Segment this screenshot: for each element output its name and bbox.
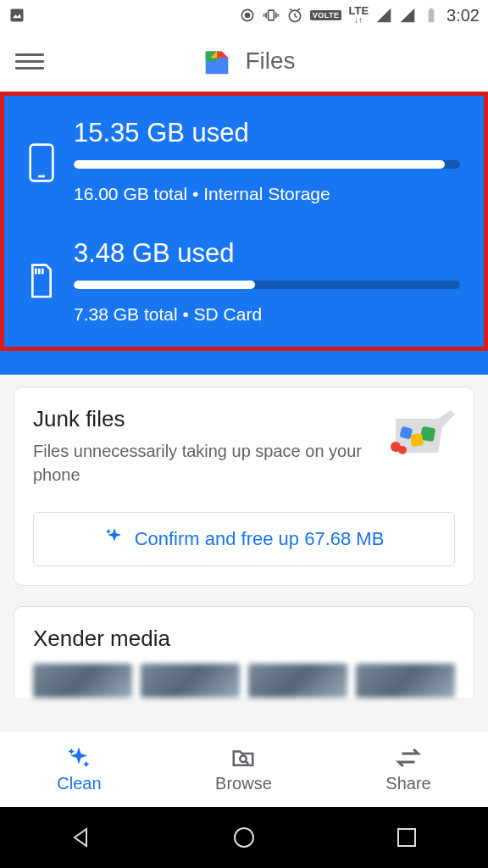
junk-files-card: Junk files Files unnecessarily taking up… bbox=[14, 387, 474, 586]
sdcard-total-label: 7.38 GB total • SD Card bbox=[74, 304, 460, 325]
lte-icon: LTE↓↑ bbox=[348, 7, 369, 25]
sdcard-icon bbox=[28, 263, 55, 300]
media-thumb[interactable] bbox=[248, 664, 347, 698]
junk-card-desc: Files unnecessarily taking up space on y… bbox=[33, 439, 369, 487]
vibrate-icon bbox=[263, 7, 280, 24]
confirm-free-button[interactable]: Confirm and free up 67.68 MB bbox=[33, 512, 455, 566]
xender-media-card: Xender media bbox=[14, 606, 474, 698]
svg-rect-0 bbox=[11, 9, 24, 22]
internal-progress-bar bbox=[74, 160, 460, 169]
svg-line-12 bbox=[290, 9, 292, 11]
highlight-annotation: 15.35 GB used 16.00 GB total • Internal … bbox=[0, 92, 488, 351]
internal-used-label: 15.35 GB used bbox=[74, 118, 460, 148]
media-thumb[interactable] bbox=[356, 664, 455, 698]
internal-progress-fill bbox=[74, 160, 445, 169]
nav-share-label: Share bbox=[385, 774, 430, 793]
sparkle-icon bbox=[64, 745, 93, 771]
nav-clean-label: Clean bbox=[57, 774, 101, 793]
internal-storage-row[interactable]: 15.35 GB used 16.00 GB total • Internal … bbox=[28, 118, 460, 204]
svg-line-11 bbox=[295, 16, 297, 18]
confirm-free-label: Confirm and free up 67.68 MB bbox=[135, 528, 385, 550]
signal-1-icon bbox=[375, 7, 392, 24]
svg-line-29 bbox=[246, 761, 249, 765]
sdcard-progress-fill bbox=[74, 281, 255, 289]
svg-rect-16 bbox=[429, 9, 435, 22]
sdcard-used-label: 3.48 GB used bbox=[74, 238, 460, 269]
junk-card-title: Junk files bbox=[33, 406, 369, 432]
files-logo-icon bbox=[201, 45, 233, 77]
media-thumb[interactable] bbox=[33, 664, 132, 698]
svg-rect-32 bbox=[398, 829, 415, 846]
android-nav-bar bbox=[0, 807, 488, 868]
svg-marker-30 bbox=[75, 829, 86, 846]
nav-clean[interactable]: Clean bbox=[57, 745, 101, 793]
share-icon bbox=[394, 745, 423, 771]
sdcard-progress-bar bbox=[74, 281, 460, 289]
dustpan-icon bbox=[379, 406, 455, 465]
svg-marker-15 bbox=[401, 8, 415, 23]
sdcard-storage-row[interactable]: 3.48 GB used 7.38 GB total • SD Card bbox=[28, 238, 460, 325]
bottom-nav: Clean Browse Share bbox=[0, 731, 488, 807]
app-header: Files bbox=[0, 31, 488, 92]
svg-point-2 bbox=[245, 14, 249, 18]
nav-browse[interactable]: Browse bbox=[215, 745, 272, 793]
svg-point-31 bbox=[235, 828, 253, 847]
storage-overview: 15.35 GB used 16.00 GB total • Internal … bbox=[0, 92, 488, 375]
app-title: Files bbox=[245, 47, 295, 75]
svg-point-27 bbox=[398, 446, 407, 454]
sparkle-icon bbox=[104, 526, 125, 552]
nav-share[interactable]: Share bbox=[385, 745, 430, 793]
internal-total-label: 16.00 GB total • Internal Storage bbox=[74, 184, 460, 204]
nav-browse-label: Browse bbox=[215, 774, 272, 793]
battery-icon bbox=[423, 7, 440, 24]
hotspot-icon bbox=[239, 7, 256, 24]
volte-badge: VOLTE bbox=[310, 10, 342, 20]
svg-rect-24 bbox=[410, 433, 424, 447]
phone-icon bbox=[28, 142, 55, 180]
media-thumb[interactable] bbox=[141, 664, 240, 698]
signal-2-icon bbox=[399, 7, 416, 24]
svg-line-13 bbox=[297, 9, 300, 11]
menu-button[interactable] bbox=[15, 47, 44, 75]
status-bar: VOLTE LTE↓↑ 3:02 bbox=[0, 0, 488, 31]
alarm-icon bbox=[286, 7, 303, 24]
svg-rect-4 bbox=[268, 10, 274, 20]
clock-text: 3:02 bbox=[446, 6, 480, 25]
svg-rect-17 bbox=[430, 8, 432, 10]
svg-marker-14 bbox=[377, 8, 391, 23]
xender-thumbs[interactable] bbox=[33, 664, 455, 698]
folder-search-icon bbox=[229, 745, 258, 771]
recents-icon[interactable] bbox=[393, 824, 420, 851]
home-icon[interactable] bbox=[230, 824, 258, 851]
xender-title: Xender media bbox=[33, 626, 455, 652]
picture-icon bbox=[8, 7, 25, 24]
back-icon[interactable] bbox=[68, 824, 95, 851]
